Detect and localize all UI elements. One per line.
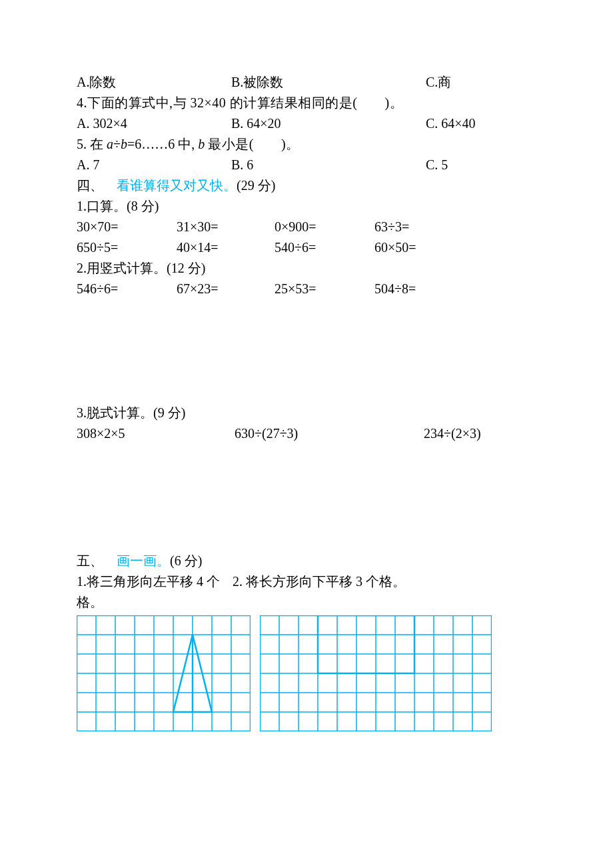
q3-option-a: A.除数 xyxy=(77,72,231,93)
s4q2-r1c2: 67×23= xyxy=(177,279,275,299)
q5-option-a: A. 7 xyxy=(77,155,231,175)
q4-text: 4.下面的算式中,与 32×40 的计算结果相同的是( )。 xyxy=(77,93,536,113)
section-4-points: (29 分) xyxy=(237,178,275,193)
grid-2 xyxy=(260,615,492,731)
s4q1-row1: 30×70= 31×30= 0×900= 63÷3= xyxy=(77,217,536,237)
grid-2-svg xyxy=(260,615,492,731)
s4q1-r1c1: 30×70= xyxy=(77,217,177,237)
q5-var-a: a xyxy=(107,137,113,151)
workspace-gap-1 xyxy=(77,299,536,403)
s4q3-p3: 234÷(2×3) xyxy=(424,423,536,444)
q5-options-row: A. 7 B. 6 C. 5 xyxy=(77,155,536,175)
q5-text: 5. 在 a÷b=6……6 中, b 最小是( )。 xyxy=(77,134,536,155)
section-5-points: (6 分) xyxy=(170,553,202,568)
q3-option-b: B.被除数 xyxy=(231,72,426,93)
section-4-num: 四、 xyxy=(77,178,117,193)
s4q2-r1c1: 546÷6= xyxy=(77,279,177,299)
s4q2-r1c4: 504÷8= xyxy=(374,279,474,299)
q5-var-b2: b xyxy=(198,137,205,151)
grid-1 xyxy=(77,615,251,731)
s4q1-row2: 650÷5= 40×14= 540÷6= 60×50= xyxy=(77,237,536,258)
exam-page: A.除数 B.被除数 C.商 4.下面的算式中,与 32×40 的计算结果相同的… xyxy=(0,0,613,758)
s4q3-p1: 308×2×5 xyxy=(77,423,235,444)
q4-option-c: C. 64×40 xyxy=(426,113,536,134)
section-4-title: 四、 看谁算得又对又快。(29 分) xyxy=(77,175,536,196)
q5-mid1: ÷ xyxy=(113,137,121,151)
s5q1-text: 1.将三角形向左平移 4 个格。 xyxy=(77,571,233,613)
q4-option-b: B. 64×20 xyxy=(231,113,426,134)
grid-spacer xyxy=(251,615,260,731)
s4q3-p2: 630÷(27÷3) xyxy=(235,423,424,444)
section-5-heading: 画一画。 xyxy=(117,553,170,568)
s4q3-title: 3.脱式计算。(9 分) xyxy=(77,403,536,423)
q3-option-c: C.商 xyxy=(426,72,536,93)
s4q1-title: 1.口算。(8 分) xyxy=(77,196,536,217)
s4q1-r1c3: 0×900= xyxy=(275,217,374,237)
q5-option-b: B. 6 xyxy=(231,155,426,175)
draw-titles-row: 1.将三角形向左平移 4 个格。 2. 将长方形向下平移 3 个格。 xyxy=(77,571,536,613)
q3-options-row: A.除数 B.被除数 C.商 xyxy=(77,72,536,93)
s4q1-r1c4: 63÷3= xyxy=(374,217,474,237)
section-5-num: 五、 xyxy=(77,553,117,568)
s4q1-r2c2: 40×14= xyxy=(177,237,275,258)
grids-row xyxy=(77,615,536,731)
s4q2-title: 2.用竖式计算。(12 分) xyxy=(77,258,536,279)
s4q1-r2c1: 650÷5= xyxy=(77,237,177,258)
q5-option-c: C. 5 xyxy=(426,155,536,175)
workspace-gap-2 xyxy=(77,444,536,551)
s4q2-r1c3: 25×53= xyxy=(275,279,374,299)
q4-options-row: A. 302×4 B. 64×20 C. 64×40 xyxy=(77,113,536,134)
s4q1-r2c3: 540÷6= xyxy=(275,237,374,258)
s4q1-r1c2: 31×30= xyxy=(177,217,275,237)
s5q2-text: 2. 将长方形向下平移 3 个格。 xyxy=(233,571,536,613)
q5-prefix: 5. 在 xyxy=(77,137,103,151)
s4q1-r2c4: 60×50= xyxy=(374,237,474,258)
q5-var-b: b xyxy=(121,137,127,151)
s4q2-row1: 546÷6= 67×23= 25×53= 504÷8= xyxy=(77,279,536,299)
section-4-heading: 看谁算得又对又快。 xyxy=(117,178,237,193)
section-5-title: 五、 画一画。(6 分) xyxy=(77,551,536,571)
q4-option-a: A. 302×4 xyxy=(77,113,231,134)
q5-suffix: 最小是( )。 xyxy=(208,137,299,151)
q5-mid2: =6……6 中, xyxy=(127,137,195,151)
grid-1-svg xyxy=(77,615,251,731)
s4q3-row: 308×2×5 630÷(27÷3) 234÷(2×3) xyxy=(77,423,536,444)
